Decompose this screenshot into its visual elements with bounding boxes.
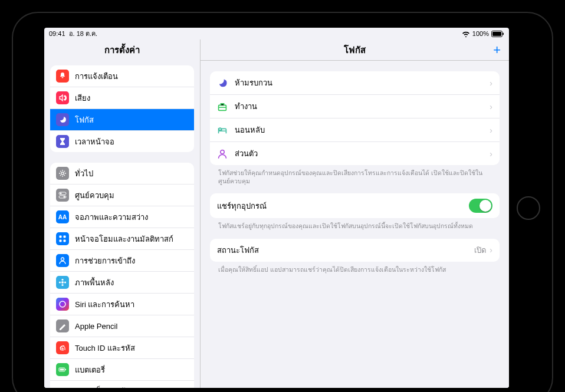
sidebar-item-label: Siri และการค้นหา: [75, 298, 134, 311]
add-focus-button[interactable]: +: [493, 44, 501, 57]
battery-percent: 100%: [472, 30, 489, 37]
status-footnote: เมื่อคุณให้สิทธิ์แอป แอปสามารถแชร์ว่าคุณ…: [210, 262, 500, 282]
status-section: สถานะโฟกัส เปิด ›: [210, 239, 500, 262]
moon-icon: [56, 113, 69, 126]
grid-icon: [56, 232, 69, 245]
briefcase-icon: [217, 101, 228, 112]
sidebar-title: การตั้งค่า: [44, 39, 200, 61]
sidebar-item-general[interactable]: ทั่วไป: [50, 163, 194, 185]
sidebar-item-label: จอภาพและความสว่าง: [75, 211, 148, 223]
svg-point-13: [61, 258, 64, 261]
svg-rect-21: [65, 369, 67, 370]
sidebar-item-label: ศูนย์ควบคุม: [75, 189, 114, 202]
sidebar-item-battery[interactable]: แบตเตอรี่: [50, 359, 194, 381]
sidebar-item-notifications[interactable]: การแจ้งเตือน: [50, 65, 194, 87]
focus-mode-label: ส่วนตัว: [235, 147, 490, 160]
battery-icon: [491, 31, 504, 37]
share-toggle[interactable]: [469, 199, 492, 213]
sidebar-item-home-screen[interactable]: หน้าจอโฮมและงานมัลติทาสก์: [50, 228, 194, 250]
share-label: แชร์ทุกอุปกรณ์: [217, 200, 469, 212]
svg-rect-2: [503, 32, 504, 35]
sidebar-item-label: เสียง: [75, 92, 90, 104]
share-across-devices-row[interactable]: แชร์ทุกอุปกรณ์: [210, 193, 500, 218]
svg-point-3: [61, 172, 64, 174]
sidebar-item-label: ภาพพื้นหลัง: [75, 276, 114, 289]
svg-point-19: [60, 301, 65, 307]
chevron-right-icon: ›: [490, 149, 492, 159]
focus-mode-label: ทำงาน: [235, 100, 490, 113]
sidebar-item-screen-time[interactable]: เวลาหน้าจอ: [50, 131, 194, 152]
sidebar-item-label: Apple Pencil: [75, 322, 117, 331]
flower-icon: [56, 276, 69, 289]
focus-status-row[interactable]: สถานะโฟกัส เปิด ›: [210, 239, 500, 262]
focus-mode-label: ห้ามรบกวน: [235, 77, 490, 89]
detail-pane: โฟกัส + ห้ามรบกวน›ทำงาน›นอนหลับ›ส่วนตัว›…: [201, 39, 509, 388]
svg-point-7: [64, 196, 65, 198]
hourglass-icon: [56, 135, 69, 148]
sidebar-item-accessibility[interactable]: การช่วยการเข้าถึง: [50, 250, 194, 272]
svg-rect-11: [60, 240, 62, 242]
gear-icon: [56, 167, 69, 180]
status-bar: 09:41 อ. 18 ต.ค. 100%: [44, 28, 509, 39]
sidebar-item-label: การแจ้งเตือน: [75, 70, 118, 83]
moon-icon: [217, 78, 228, 88]
sidebar-item-siri[interactable]: Siri และการค้นหา: [50, 294, 194, 315]
svg-rect-22: [60, 369, 64, 371]
svg-rect-10: [64, 236, 66, 238]
svg-rect-9: [60, 236, 62, 238]
sidebar-item-apple-pencil[interactable]: Apple Pencil: [50, 315, 194, 337]
svg-point-17: [59, 281, 61, 283]
sidebar-item-label: แบตเตอรี่: [75, 364, 105, 376]
focus-mode-sleep[interactable]: นอนหลับ›: [210, 118, 500, 142]
svg-rect-12: [64, 240, 66, 242]
svg-text:AA: AA: [58, 214, 67, 220]
sidebar-item-label: โฟกัส: [75, 114, 94, 126]
fingerprint-icon: [56, 341, 69, 354]
bed-icon: [217, 125, 228, 136]
sidebar-item-display[interactable]: AAจอภาพและความสว่าง: [50, 206, 194, 228]
sidebar-item-privacy[interactable]: ความเป็นส่วนตัวและความปลอดภัย: [50, 381, 194, 388]
sidebar-item-label: Touch ID และรหัส: [75, 342, 135, 354]
svg-point-15: [61, 279, 63, 281]
sidebar-item-label: การช่วยการเข้าถึง: [75, 255, 135, 267]
speaker-icon: [56, 91, 69, 104]
chevron-right-icon: ›: [490, 102, 492, 111]
sidebar-item-wallpaper[interactable]: ภาพพื้นหลัง: [50, 272, 194, 294]
aa-icon: AA: [56, 210, 69, 223]
svg-point-24: [221, 150, 224, 153]
focus-mode-do-not-disturb[interactable]: ห้ามรบกวน›: [210, 71, 500, 95]
focus-status-label: สถานะโฟกัส: [217, 244, 474, 256]
svg-rect-1: [492, 32, 501, 36]
settings-sidebar: การตั้งค่า การแจ้งเตือนเสียงโฟกัสเวลาหน้…: [44, 39, 201, 388]
sidebar-item-control-center[interactable]: ศูนย์ควบคุม: [50, 185, 194, 206]
sidebar-item-sound[interactable]: เสียง: [50, 87, 194, 109]
chevron-right-icon: ›: [490, 126, 492, 135]
share-section: แชร์ทุกอุปกรณ์: [210, 193, 500, 218]
bell-icon: [56, 70, 69, 83]
sidebar-item-focus[interactable]: โฟกัส: [50, 109, 194, 131]
svg-point-18: [64, 281, 66, 283]
detail-header: โฟกัส +: [201, 39, 509, 61]
focus-modes-footnote: โฟกัสช่วยให้คุณกำหนดอุปกรณ์ของคุณและปิดเ…: [210, 165, 500, 193]
focus-modes-section: ห้ามรบกวน›ทำงาน›นอนหลับ›ส่วนตัว›: [210, 71, 500, 165]
svg-point-14: [61, 281, 64, 284]
sidebar-item-label: หน้าจอโฮมและงานมัลติทาสก์: [75, 233, 173, 245]
sidebar-item-touch-id[interactable]: Touch ID และรหัส: [50, 337, 194, 359]
battery-icon: [56, 363, 69, 376]
focus-mode-label: นอนหลับ: [235, 124, 490, 136]
svg-point-5: [60, 193, 62, 195]
status-date: อ. 18 ต.ค.: [69, 28, 98, 39]
focus-mode-personal[interactable]: ส่วนตัว›: [210, 142, 500, 165]
share-footnote: โฟกัสแชร์อยู่กับทุกอุปกรณ์ของคุณและเปิดใ…: [210, 218, 500, 238]
chevron-right-icon: ›: [490, 245, 492, 255]
svg-point-16: [61, 284, 63, 286]
sidebar-group-2: ทั่วไปศูนย์ควบคุมAAจอภาพและความสว่างหน้า…: [50, 163, 194, 388]
sidebar-item-label: ทั่วไป: [75, 167, 93, 180]
screen: 09:41 อ. 18 ต.ค. 100% การตั้งค่า การแจ้ง…: [44, 28, 509, 388]
home-button[interactable]: [517, 196, 540, 220]
siri-icon: [56, 298, 69, 311]
ipad-frame: 09:41 อ. 18 ต.ค. 100% การตั้งค่า การแจ้ง…: [12, 12, 553, 392]
status-time: 09:41: [49, 30, 65, 37]
focus-mode-work[interactable]: ทำงาน›: [210, 95, 500, 118]
person-icon: [217, 149, 228, 159]
